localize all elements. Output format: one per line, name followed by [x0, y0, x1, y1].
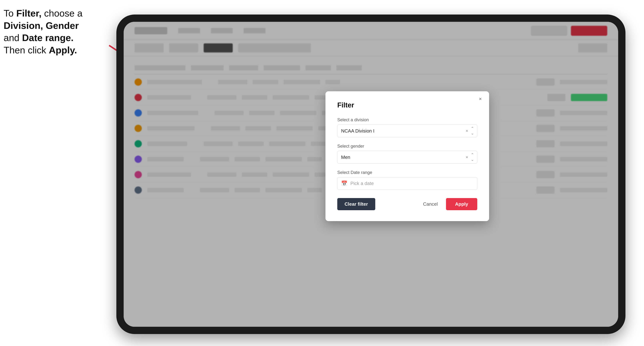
cancel-button[interactable]: Cancel: [420, 198, 442, 210]
division-clear-icon[interactable]: ×: [466, 128, 468, 133]
division-label: Select a division: [337, 117, 477, 122]
gender-group: Select gender Men Women Mixed × ⌃⌄: [337, 144, 477, 164]
modal-title: Filter: [337, 101, 477, 109]
filter-modal: × Filter Select a division NCAA Division…: [326, 91, 489, 221]
date-placeholder: Pick a date: [350, 181, 374, 186]
tablet-screen: × Filter Select a division NCAA Division…: [124, 22, 618, 327]
instruction-line3: and Date range.: [4, 32, 74, 43]
instruction-line1: To Filter, choose a: [4, 8, 82, 18]
gender-select[interactable]: Men Women Mixed: [337, 151, 477, 164]
gender-clear-icon[interactable]: ×: [466, 155, 468, 160]
gender-label: Select gender: [337, 144, 477, 149]
date-input[interactable]: 📅 Pick a date: [337, 177, 477, 190]
division-select[interactable]: NCAA Division I NCAA Division II NCAA Di…: [337, 125, 477, 137]
division-select-wrapper: NCAA Division I NCAA Division II NCAA Di…: [337, 125, 477, 137]
tablet-frame: × Filter Select a division NCAA Division…: [116, 14, 626, 334]
division-group: Select a division NCAA Division I NCAA D…: [337, 117, 477, 137]
gender-select-wrapper: Men Women Mixed × ⌃⌄: [337, 151, 477, 164]
instruction-text: To Filter, choose a Division, Gender and…: [4, 7, 106, 56]
modal-footer: Clear filter Cancel Apply: [337, 198, 477, 210]
date-group: Select Date range 📅 Pick a date: [337, 170, 477, 190]
instruction-line4: Then click Apply.: [4, 45, 77, 55]
modal-close-button[interactable]: ×: [477, 95, 484, 103]
apply-button[interactable]: Apply: [446, 198, 477, 210]
calendar-icon: 📅: [341, 180, 348, 186]
footer-right: Cancel Apply: [420, 198, 477, 210]
modal-overlay: × Filter Select a division NCAA Division…: [124, 22, 618, 327]
instruction-bold2: Division, Gender: [4, 20, 79, 31]
date-label: Select Date range: [337, 170, 477, 175]
clear-filter-button[interactable]: Clear filter: [337, 198, 375, 210]
